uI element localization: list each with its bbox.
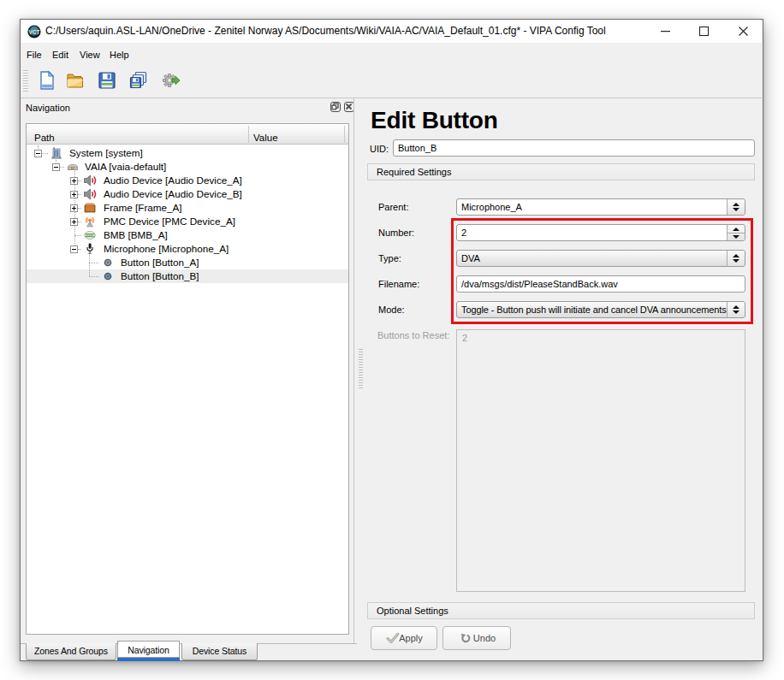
svg-text:VCT: VCT [29, 29, 40, 35]
